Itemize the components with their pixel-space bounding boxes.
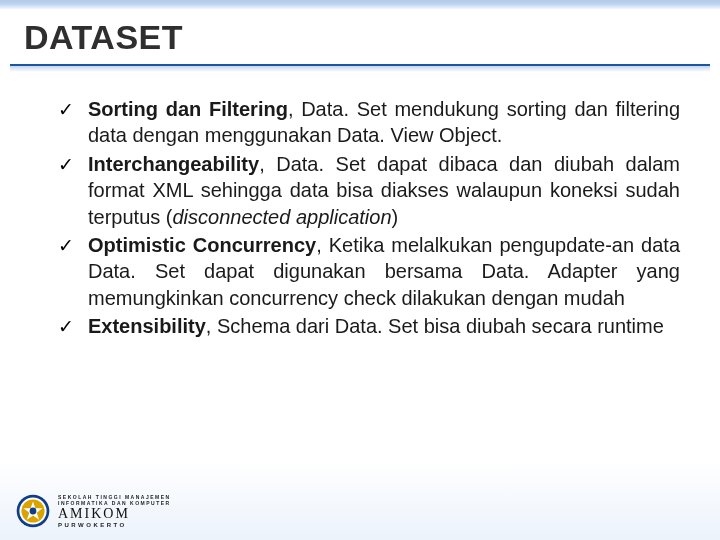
bullet-label: Extensibility (88, 315, 206, 337)
bullet-label: Interchangeability (88, 153, 259, 175)
bullet-text: ) (392, 206, 399, 228)
bullet-label: Sorting dan Filtering (88, 98, 288, 120)
footer: SEKOLAH TINGGI MANAJEMEN INFORMATIKA DAN… (16, 494, 171, 528)
list-item: ✓ Sorting dan Filtering, Data. Set mendu… (56, 96, 680, 149)
bullet-list: ✓ Sorting dan Filtering, Data. Set mendu… (56, 96, 680, 340)
title-underline (10, 64, 710, 66)
footer-city: PURWOKERTO (58, 522, 171, 528)
top-accent-bar (0, 0, 720, 10)
list-item: ✓ Extensibility, Schema dari Data. Set b… (56, 313, 680, 339)
checkmark-icon: ✓ (58, 233, 74, 258)
bullet-italic: disconnected application (172, 206, 391, 228)
list-item: ✓ Interchangeability, Data. Set dapat di… (56, 151, 680, 230)
svg-point-4 (30, 508, 37, 515)
footer-text: SEKOLAH TINGGI MANAJEMEN INFORMATIKA DAN… (58, 495, 171, 528)
footer-brand: AMIKOM (58, 507, 171, 521)
content-area: ✓ Sorting dan Filtering, Data. Set mendu… (56, 96, 680, 342)
list-item: ✓ Optimistic Concurrency, Ketika melalku… (56, 232, 680, 311)
checkmark-icon: ✓ (58, 314, 74, 339)
footer-line2: INFORMATIKA DAN KOMPUTER (58, 501, 171, 506)
checkmark-icon: ✓ (58, 152, 74, 177)
footer-line1: SEKOLAH TINGGI MANAJEMEN (58, 495, 171, 500)
bullet-text: , Schema dari Data. Set bisa diubah seca… (206, 315, 664, 337)
slide-title: DATASET (24, 18, 183, 57)
checkmark-icon: ✓ (58, 97, 74, 122)
bullet-label: Optimistic Concurrency (88, 234, 316, 256)
institution-logo-icon (16, 494, 50, 528)
